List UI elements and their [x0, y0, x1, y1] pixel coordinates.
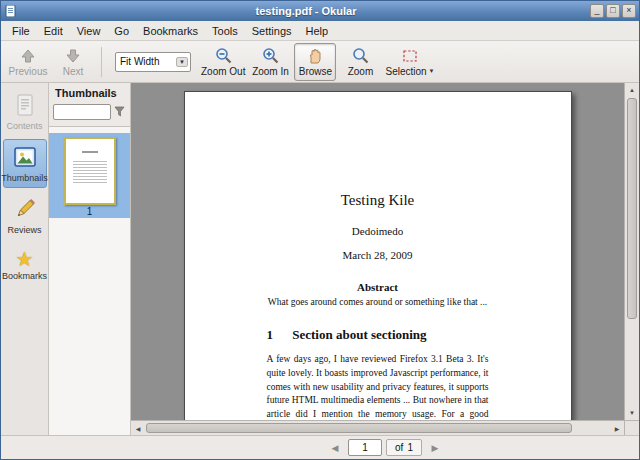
- pdf-section-title: Section about sectioning: [292, 327, 426, 342]
- vertical-scrollbar[interactable]: ▲ ▼: [624, 83, 639, 420]
- zoom-fit-combobox[interactable]: Fit Width ▼: [115, 52, 191, 72]
- scroll-up-icon[interactable]: ▲: [625, 83, 639, 97]
- thumbnails-panel-title: Thumbnails: [49, 83, 130, 102]
- zoom-in-label: Zoom In: [252, 66, 289, 77]
- menu-tools[interactable]: Tools: [205, 23, 245, 39]
- next-button[interactable]: Next: [52, 43, 94, 81]
- thumbnail-title-line: [82, 151, 98, 153]
- browse-tool-button[interactable]: Browse: [294, 43, 336, 81]
- menu-edit[interactable]: Edit: [37, 23, 70, 39]
- selection-icon: [402, 47, 418, 65]
- thumbnails-icon: [13, 145, 37, 171]
- toolbar: Previous Next Fit Width ▼ Zoom Out Zoom …: [1, 41, 639, 83]
- browse-hand-icon: [307, 47, 323, 65]
- window-title: testing.pdf - Okular: [22, 5, 590, 17]
- sidebar-item-label: Bookmarks: [2, 271, 47, 281]
- vertical-scroll-thumb[interactable]: [627, 98, 637, 319]
- thumbnails-panel: Thumbnails 1: [49, 83, 131, 435]
- pdf-title: Testing Kile: [267, 192, 489, 209]
- menu-file[interactable]: File: [5, 23, 37, 39]
- toolbar-separator: [101, 47, 102, 77]
- pdf-abstract-heading: Abstract: [267, 281, 489, 293]
- document-canvas[interactable]: Testing Kile Dedoimedo March 28, 2009 Ab…: [131, 83, 624, 420]
- page-total-box: of 1: [386, 439, 422, 456]
- vertical-scroll-track[interactable]: [625, 97, 639, 406]
- scroll-down-icon[interactable]: ▼: [625, 406, 639, 420]
- star-icon: ★: [16, 249, 34, 269]
- sidebar-item-thumbnails[interactable]: Thumbnails: [3, 139, 47, 188]
- menubar: File Edit View Go Bookmarks Tools Settin…: [1, 21, 639, 41]
- sidebar-item-bookmarks[interactable]: ★ Bookmarks: [3, 243, 47, 286]
- pdf-section-number: 1: [267, 327, 274, 342]
- sidebar-item-label: Reviews: [7, 225, 41, 235]
- pdf-body-paragraph: A few days ago, I have reviewed Firefox …: [267, 353, 489, 420]
- pdf-date: March 28, 2009: [267, 249, 489, 261]
- selection-tool-button[interactable]: Selection ▼: [384, 43, 435, 81]
- zoom-tool-icon: [352, 47, 369, 65]
- sidebar: Contents Thumbnails Reviews ★ Bookmarks: [1, 83, 49, 435]
- sidebar-item-label: Contents: [6, 121, 42, 131]
- statusbar: ◀ 1 of 1 ▶: [1, 435, 639, 459]
- okular-window: testing.pdf - Okular _ □ × File Edit Vie…: [0, 0, 640, 460]
- zoom-out-label: Zoom Out: [201, 66, 245, 77]
- pencil-icon: [13, 197, 37, 223]
- menu-view[interactable]: View: [70, 23, 108, 39]
- menu-settings[interactable]: Settings: [245, 23, 299, 39]
- previous-button[interactable]: Previous: [7, 43, 49, 81]
- current-page-field[interactable]: 1: [348, 439, 382, 456]
- thumbnail-page-image[interactable]: [64, 137, 116, 205]
- previous-arrow-icon: [20, 47, 36, 65]
- okular-app-icon: [4, 4, 18, 18]
- sidebar-item-label: Thumbnails: [1, 173, 48, 183]
- thumbnail-list: 1: [49, 126, 130, 435]
- next-label: Next: [63, 66, 84, 77]
- combobox-arrow-icon: ▼: [176, 57, 188, 67]
- menu-go[interactable]: Go: [107, 23, 136, 39]
- main-content: Contents Thumbnails Reviews ★ Bookmarks: [1, 83, 639, 435]
- menu-help[interactable]: Help: [299, 23, 336, 39]
- scroll-left-icon[interactable]: ◀: [131, 421, 145, 435]
- thumbnails-filter-row: [49, 102, 130, 126]
- zoom-out-button[interactable]: Zoom Out: [200, 43, 246, 81]
- horizontal-scrollbar[interactable]: ◀ ▶: [131, 420, 624, 435]
- menu-bookmarks[interactable]: Bookmarks: [136, 23, 205, 39]
- close-button[interactable]: ×: [622, 4, 636, 18]
- pdf-section-heading: 1 Section about sectioning: [267, 327, 489, 343]
- pdf-page[interactable]: Testing Kile Dedoimedo March 28, 2009 Ab…: [184, 91, 572, 420]
- pdf-abstract-text: What goes around comes around or somethi…: [267, 297, 489, 307]
- sidebar-item-contents[interactable]: Contents: [3, 87, 47, 136]
- zoom-fit-value: Fit Width: [120, 56, 159, 67]
- contents-icon: [14, 93, 36, 119]
- zoom-in-button[interactable]: Zoom In: [249, 43, 291, 81]
- document-area: Testing Kile Dedoimedo March 28, 2009 Ab…: [131, 83, 639, 435]
- titlebar[interactable]: testing.pdf - Okular _ □ ×: [1, 1, 639, 21]
- previous-label: Previous: [9, 66, 48, 77]
- browse-label: Browse: [299, 66, 332, 77]
- zoom-out-icon: [215, 47, 232, 65]
- maximize-button[interactable]: □: [606, 4, 620, 18]
- window-controls: _ □ ×: [590, 4, 636, 18]
- thumbnail-page-1[interactable]: 1: [49, 133, 130, 218]
- page-next-icon[interactable]: ▶: [426, 440, 444, 456]
- page-previous-icon[interactable]: ◀: [326, 440, 344, 456]
- of-label: of: [395, 442, 403, 453]
- next-arrow-icon: [65, 47, 81, 65]
- thumbnails-filter-input[interactable]: [53, 104, 111, 120]
- thumbnail-text-lines: [73, 159, 107, 185]
- scrollbar-corner: [624, 420, 639, 435]
- selection-caret-icon: ▼: [429, 68, 435, 74]
- sidebar-item-reviews[interactable]: Reviews: [3, 191, 47, 240]
- zoom-in-icon: [262, 47, 279, 65]
- selection-label: Selection: [385, 66, 426, 77]
- pdf-author: Dedoimedo: [267, 225, 489, 237]
- scroll-right-icon[interactable]: ▶: [610, 421, 624, 435]
- zoom-tool-button[interactable]: Zoom: [339, 43, 381, 81]
- total-pages: 1: [407, 442, 413, 453]
- filter-funnel-icon[interactable]: [114, 103, 125, 121]
- horizontal-scroll-thumb[interactable]: [146, 423, 572, 433]
- minimize-button[interactable]: _: [590, 4, 604, 18]
- zoom-tool-label: Zoom: [348, 66, 374, 77]
- thumbnail-page-number: 1: [87, 205, 93, 217]
- horizontal-scroll-track[interactable]: [145, 421, 610, 435]
